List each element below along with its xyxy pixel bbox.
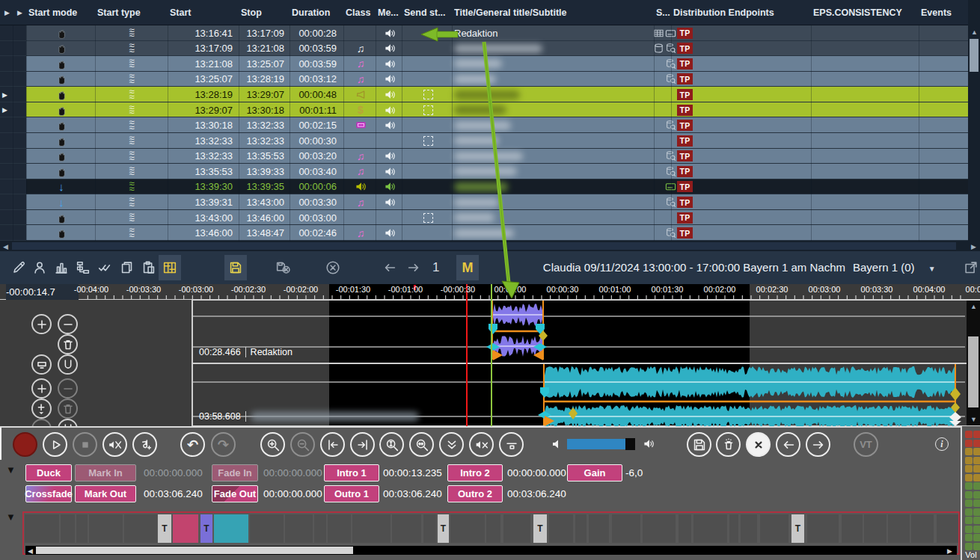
track1-duck-button[interactable] <box>31 354 52 375</box>
strip-segment[interactable] <box>124 514 157 543</box>
column-header-1[interactable]: ▶ <box>14 0 25 25</box>
strip-segment[interactable] <box>486 514 500 543</box>
playlist-row-12[interactable]: ↓ ≈≈ 13:39:31 13:43:00 00:03:30 ♫ TP <box>0 194 968 210</box>
strip-segment[interactable] <box>741 514 757 543</box>
detach-window-icon[interactable] <box>960 255 980 280</box>
strip-segment[interactable] <box>89 514 123 543</box>
nav-forward-button[interactable] <box>402 255 425 280</box>
undo-button[interactable]: ↶ <box>180 432 205 457</box>
playlist-row-4[interactable]: ≈≈ 13:25:07 13:28:19 00:03:12 ♫ TP <box>0 72 968 87</box>
fade-out-button[interactable]: Fade Out <box>212 485 258 502</box>
strip-segment[interactable] <box>392 514 421 543</box>
strip-segment[interactable] <box>589 514 609 543</box>
playlist-row-14[interactable]: ≈≈ 13:46:00 13:48:47 00:02:46 ♫ TP <box>0 225 968 241</box>
record-button[interactable] <box>13 432 37 457</box>
save-button[interactable] <box>687 432 711 457</box>
playlist-row-9[interactable]: ≈≈ 13:32:33 13:35:53 00:03:20 ♫ TP <box>0 149 968 164</box>
playlist-row-13[interactable]: ≈≈ 13:43:00 13:46:00 00:03:00 TP <box>0 210 968 226</box>
column-header-3[interactable]: Start type <box>97 0 166 25</box>
play-button[interactable] <box>43 432 67 457</box>
ducking-button[interactable] <box>499 432 524 457</box>
save-button[interactable] <box>224 255 247 280</box>
track2-delete-button[interactable] <box>58 399 78 419</box>
cancel-button[interactable] <box>322 255 344 280</box>
playlist-row-7[interactable]: ≈≈ 13:30:18 13:32:33 00:02:15 TP <box>0 117 968 133</box>
pfl-mute-button[interactable] <box>102 432 127 457</box>
playlist-row-8[interactable]: ≈≈ 13:32:33 13:32:33 00:00:30 TP <box>0 133 968 149</box>
strip-segment[interactable] <box>643 514 676 543</box>
playlist-row-5[interactable]: ▶ ≈≈ 13:28:19 13:29:07 00:00:48 TP <box>0 87 968 102</box>
strip-scrollbar[interactable]: ◀ ▶ <box>25 546 957 555</box>
strip-segment-t[interactable]: T <box>200 514 212 543</box>
column-header-14[interactable]: Events <box>921 0 966 25</box>
strip-segment[interactable] <box>214 514 248 543</box>
collapse-editor-icon[interactable]: ▼ <box>6 464 16 476</box>
edit-button[interactable] <box>7 255 30 280</box>
table-vertical-scrollbar[interactable]: ▲ ▶ <box>968 0 980 251</box>
track2-add-button[interactable] <box>31 378 52 399</box>
mark-in-button[interactable]: Mark In <box>75 464 136 481</box>
strip-segment[interactable] <box>76 514 88 543</box>
mark-out-button[interactable]: Mark Out <box>75 485 136 502</box>
track2-remove-button[interactable] <box>58 378 78 399</box>
outro-1-button[interactable]: Outro 1 <box>324 485 379 502</box>
strip-segment[interactable] <box>937 514 958 543</box>
paste-button[interactable] <box>138 255 160 280</box>
strip-segment[interactable] <box>729 514 738 543</box>
outro-2-button[interactable]: Outro 2 <box>447 485 503 502</box>
table-horizontal-scrollbar[interactable]: ◀ <box>0 241 968 251</box>
strip-segment-t[interactable]: T <box>438 514 449 543</box>
strip-segment[interactable] <box>888 514 910 543</box>
strip-segment[interactable] <box>285 514 313 543</box>
intro-1-button[interactable]: Intro 1 <box>324 464 379 481</box>
fade-in-button[interactable]: Fade In <box>212 464 258 481</box>
strip-segment[interactable] <box>25 514 59 543</box>
strip-segment[interactable] <box>314 514 326 543</box>
gain-button[interactable]: Gain <box>567 464 622 481</box>
zoom-out-button[interactable] <box>290 432 315 457</box>
audio-editor-button[interactable] <box>159 255 181 280</box>
column-header-7[interactable]: Class <box>346 0 376 25</box>
strip-segment[interactable] <box>450 514 485 543</box>
insert-note-button[interactable] <box>132 432 157 457</box>
column-header-11[interactable]: S... <box>656 0 672 25</box>
column-header-9[interactable]: Send st... <box>404 0 452 25</box>
zoom-selection-button[interactable] <box>379 432 404 457</box>
duck-button[interactable]: Duck <box>25 464 72 481</box>
copy-button[interactable] <box>116 255 138 280</box>
x-button[interactable] <box>746 432 771 457</box>
playlist-row-10[interactable]: ≈≈ 13:35:53 13:39:33 00:03:40 ♫ TP <box>0 164 968 179</box>
arrow-right-button[interactable] <box>806 432 830 457</box>
channel-selector[interactable]: Bayern 1 (0) ▼ <box>853 251 936 284</box>
playlist-row-6[interactable]: ▶ ≈≈ 13:29:07 13:30:18 00:01:11 $ TP <box>0 102 968 118</box>
strip-segment[interactable] <box>842 514 863 543</box>
strip-segment[interactable] <box>61 514 75 543</box>
volume-slider-handle[interactable] <box>625 438 635 450</box>
column-header-4[interactable]: Start <box>170 0 236 25</box>
strip-segment[interactable] <box>328 514 351 543</box>
redo-button[interactable]: ↷ <box>211 432 236 457</box>
strip-segment[interactable] <box>612 514 640 543</box>
strip-segment[interactable] <box>250 514 284 543</box>
column-header-13[interactable]: EPS.CONSISTENCY <box>813 0 918 25</box>
playlist-row-3[interactable]: ≈≈ 13:21:08 13:25:07 00:03:59 ♫ TP <box>0 56 968 72</box>
scroll-down-button[interactable] <box>439 432 464 457</box>
playlist-row-11[interactable]: ↓ ≈≈ 13:39:30 13:39:35 00:00:06 TP <box>0 179 968 195</box>
info-icon[interactable]: i <box>935 437 949 451</box>
volume-slider[interactable] <box>567 439 636 449</box>
column-header-5[interactable]: Stop <box>241 0 289 25</box>
strip-segment[interactable] <box>693 514 727 543</box>
mode-m-button[interactable]: M <box>456 255 479 280</box>
discard-button[interactable] <box>716 432 741 457</box>
strip-segment[interactable] <box>423 514 436 543</box>
strip-segment-t[interactable]: T <box>791 514 804 543</box>
column-header-6[interactable]: Duration <box>292 0 341 25</box>
playlist-row-1[interactable]: ≈≈ 13:16:41 13:17:09 00:00:28 Redaktion … <box>0 25 968 41</box>
nav-back-button[interactable] <box>379 255 401 280</box>
strip-segment[interactable] <box>760 514 788 543</box>
column-header-12[interactable]: Distribution Endpoints <box>673 0 810 25</box>
save-discard-button[interactable] <box>272 255 294 280</box>
validate-button[interactable] <box>94 255 116 280</box>
crossfade-button[interactable]: Crossfade <box>25 485 72 502</box>
stop-button[interactable] <box>73 432 97 457</box>
